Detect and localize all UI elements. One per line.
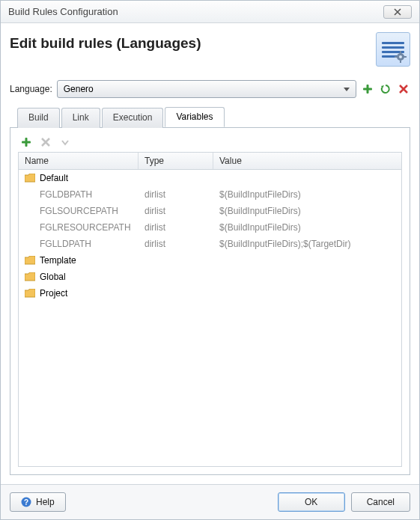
refresh-icon bbox=[380, 84, 391, 94]
column-header-value[interactable]: Value bbox=[213, 153, 401, 169]
folder-icon bbox=[25, 256, 35, 265]
svg-point-1 bbox=[399, 55, 402, 58]
rules-icon bbox=[376, 32, 410, 67]
group-project[interactable]: Project bbox=[19, 285, 401, 302]
cancel-button[interactable]: Cancel bbox=[351, 492, 410, 512]
variable-row[interactable]: FGLSOURCEPATH dirlist $(BuildInputFileDi… bbox=[19, 203, 401, 219]
svg-rect-7 bbox=[363, 88, 372, 91]
gear-icon bbox=[395, 51, 407, 63]
variable-name: FGLRESOURCEPATH bbox=[19, 221, 139, 234]
window: Build Rules Configuration Edit build rul… bbox=[0, 0, 420, 520]
remove-variable-button[interactable] bbox=[39, 135, 52, 149]
delete-icon bbox=[398, 84, 409, 94]
chevron-down-icon bbox=[60, 137, 70, 147]
variable-value: $(BuildInputFileDirs) bbox=[213, 204, 401, 218]
variable-type: dirlist bbox=[139, 188, 213, 201]
language-row: Language: Genero bbox=[10, 80, 410, 98]
language-selected-value: Genero bbox=[64, 84, 94, 94]
ok-button[interactable]: OK bbox=[278, 492, 345, 512]
group-label: Global bbox=[40, 272, 66, 282]
content-area: Edit build rules (Languages) Language: bbox=[1, 23, 419, 484]
help-label: Help bbox=[36, 497, 55, 507]
variable-type: dirlist bbox=[139, 204, 213, 218]
titlebar: Build Rules Configuration bbox=[1, 1, 419, 23]
plus-icon bbox=[21, 137, 31, 147]
plus-icon bbox=[362, 84, 373, 94]
tab-body-variables: Name Type Value Default FGLDBPATH dirlis… bbox=[10, 127, 410, 475]
cancel-label: Cancel bbox=[367, 497, 395, 507]
ok-label: OK bbox=[305, 497, 317, 507]
folder-icon bbox=[25, 289, 35, 298]
variable-type: dirlist bbox=[139, 221, 213, 234]
column-header-name[interactable]: Name bbox=[19, 153, 139, 169]
svg-text:?: ? bbox=[24, 498, 28, 507]
variable-row[interactable]: FGLDBPATH dirlist $(BuildInputFileDirs) bbox=[19, 186, 401, 203]
folder-icon bbox=[25, 174, 35, 183]
variable-name: FGLSOURCEPATH bbox=[19, 204, 139, 218]
tab-variables[interactable]: Variables bbox=[165, 107, 224, 127]
language-label: Language: bbox=[10, 84, 52, 94]
refresh-language-button[interactable] bbox=[379, 82, 392, 96]
group-label: Project bbox=[40, 288, 67, 299]
group-global[interactable]: Global bbox=[19, 269, 401, 285]
window-title: Build Rules Configuration bbox=[8, 6, 383, 17]
group-default[interactable]: Default bbox=[19, 170, 401, 186]
variable-type: dirlist bbox=[139, 237, 213, 251]
tab-execution[interactable]: Execution bbox=[102, 108, 164, 128]
variable-value: $(BuildInputFileDirs);$(TargetDir) bbox=[213, 237, 401, 251]
grid-header: Name Type Value bbox=[19, 153, 401, 170]
tab-strip: Build Link Execution Variables bbox=[10, 107, 410, 128]
variable-value: $(BuildInputFileDirs) bbox=[213, 221, 401, 234]
page-title: Edit build rules (Languages) bbox=[10, 32, 376, 52]
variable-name: FGLDBPATH bbox=[19, 188, 139, 201]
group-template[interactable]: Template bbox=[19, 252, 401, 269]
variable-name: FGLLDPATH bbox=[19, 237, 139, 251]
variable-value: $(BuildInputFileDirs) bbox=[213, 188, 401, 201]
help-button[interactable]: ? Help bbox=[10, 492, 66, 512]
add-variable-button[interactable] bbox=[19, 135, 33, 149]
bottom-bar: ? Help OK Cancel bbox=[1, 484, 419, 519]
variable-row[interactable]: FGLLDPATH dirlist $(BuildInputFileDirs);… bbox=[19, 236, 401, 252]
group-label: Default bbox=[40, 173, 68, 183]
column-header-type[interactable]: Type bbox=[139, 153, 213, 169]
help-icon: ? bbox=[21, 497, 31, 507]
header: Edit build rules (Languages) bbox=[10, 32, 410, 67]
window-close-button[interactable] bbox=[383, 5, 412, 19]
svg-rect-2 bbox=[400, 51, 401, 53]
svg-rect-4 bbox=[395, 56, 397, 58]
svg-rect-9 bbox=[22, 141, 31, 144]
group-label: Template bbox=[40, 255, 76, 266]
delete-icon bbox=[40, 137, 51, 147]
close-icon bbox=[393, 8, 402, 16]
variables-grid[interactable]: Name Type Value Default FGLDBPATH dirlis… bbox=[18, 152, 402, 467]
svg-rect-5 bbox=[404, 56, 407, 58]
tab-build[interactable]: Build bbox=[17, 108, 60, 128]
variables-toolbar bbox=[18, 135, 402, 149]
delete-language-button[interactable] bbox=[397, 82, 410, 96]
move-variable-button[interactable] bbox=[58, 135, 72, 149]
folder-icon bbox=[25, 272, 35, 281]
language-select[interactable]: Genero bbox=[57, 80, 356, 98]
variable-row[interactable]: FGLRESOURCEPATH dirlist $(BuildInputFile… bbox=[19, 219, 401, 236]
tab-link[interactable]: Link bbox=[61, 108, 100, 128]
add-language-button[interactable] bbox=[361, 82, 374, 96]
svg-rect-3 bbox=[400, 61, 401, 63]
